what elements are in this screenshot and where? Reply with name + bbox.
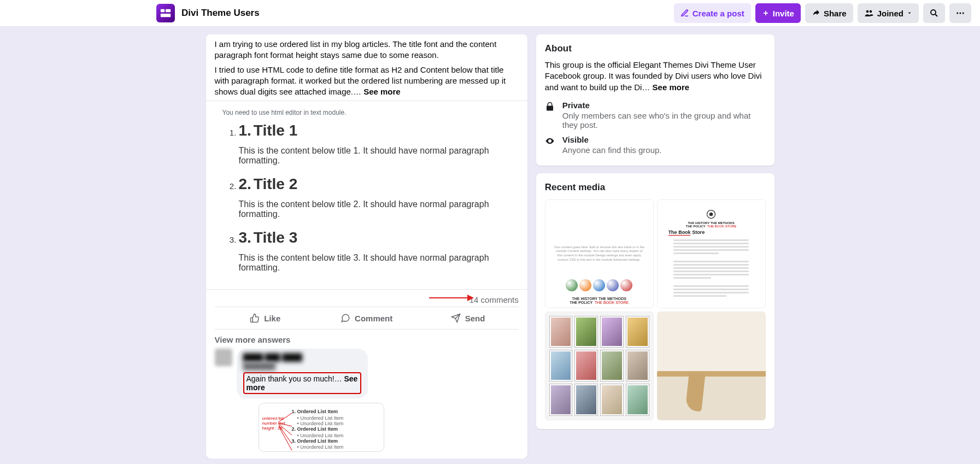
comments-count-link[interactable]: 14 comments [470,295,519,304]
send-icon [451,313,461,323]
edit-icon [680,9,689,17]
media-placeholder-text: Your content goes here. Edit or remove t… [549,243,650,265]
svg-point-8 [963,13,964,14]
chevron-down-icon [907,10,912,16]
commenter-badge: ███████ [243,362,361,370]
photo-frame-grid [550,316,649,415]
item-content: This is the content below title 1. It sh… [239,146,511,166]
svg-rect-2 [161,14,171,17]
search-button[interactable] [923,3,945,23]
svg-point-15 [709,213,713,216]
plus-icon [762,9,770,17]
group-icon [864,8,874,18]
seal-icon [706,209,717,220]
wood-table-leg [685,373,705,412]
comment-image-attachment[interactable]: ordered list number text height : 26 1. … [259,403,384,452]
demo-line: 3. Ordered List Item [292,438,380,445]
privacy-row: Private Only members can see who's in th… [545,101,766,130]
post-card: Hi Divi People, I am trying to use order… [206,34,527,459]
post-paragraph-1: I am trying to use ordered list in my bl… [215,39,519,61]
media-thumbnail[interactable] [545,312,654,420]
text-lines-placeholder [673,238,749,298]
demo-line: 2. Ordered List Item [292,426,380,433]
invite-button[interactable]: Invite [755,3,801,23]
ellipsis-icon [955,8,965,18]
like-label: Like [264,314,280,323]
send-button[interactable]: Send [417,307,518,329]
attachment-hint: You need to use html editor in text modu… [222,109,511,116]
item-content: This is the content below title 3. It sh… [239,253,511,273]
media-footer: THE HISTORY THE METHODS THE POLICY THE B… [570,297,629,304]
search-icon [929,8,939,18]
svg-rect-1 [166,9,171,13]
about-see-more[interactable]: See more [653,83,690,92]
comment-text: Again thank you so much!… [247,374,342,383]
post-see-more[interactable]: See more [363,87,401,96]
media-thumbnail[interactable]: THE HISTORY THE METHODS THE POLICY THE B… [657,199,766,308]
comment-bubble[interactable]: ████ ███ ████ ███████ Again thank you so… [237,349,368,398]
recent-media-heading: Recent media [545,182,766,193]
comment-button[interactable]: Comment [316,307,417,329]
share-label: Share [824,9,847,18]
about-text: This group is the official Elegant Theme… [545,60,766,93]
private-subtitle: Only members can see who's in the group … [562,111,766,130]
ordered-list-demo: 1.Title 1 This is the content below titl… [222,122,511,273]
visible-title: Visible [562,135,662,144]
send-label: Send [465,314,485,323]
svg-point-4 [869,10,872,13]
annotation-arrow [429,297,473,298]
post-attachment[interactable]: You need to use html editor in text modu… [206,101,527,289]
comments-count-row: 14 comments [206,289,527,304]
list-item: 2.Title 2 This is the content below titl… [239,175,511,219]
big-number: 1. [239,122,251,139]
group-title[interactable]: Divi Theme Users [181,8,260,19]
svg-point-6 [956,13,958,14]
commenter-avatar[interactable] [215,349,232,366]
share-icon [812,9,820,17]
demo-line: • Unordered List Item [292,444,380,450]
visibility-row: Visible Anyone can find this group. [545,135,766,155]
item-title: Title 3 [254,229,297,246]
create-post-button[interactable]: Create a post [674,3,751,23]
joined-label: Joined [877,9,903,18]
list-item: 1.Title 1 This is the content below titl… [239,122,511,166]
commenter-name: ████ ███ ████ [243,353,361,361]
svg-point-5 [931,10,936,15]
svg-rect-0 [161,9,165,13]
share-button[interactable]: Share [805,3,853,23]
about-heading: About [545,43,766,54]
eye-icon [545,136,556,148]
svg-line-9 [279,413,292,422]
marble-row [551,279,648,291]
more-button[interactable] [949,3,971,23]
group-avatar[interactable] [156,4,175,22]
like-icon [250,313,260,323]
svg-point-7 [960,13,961,14]
top-bar: Divi Theme Users Create a post Invite Sh… [0,0,980,27]
svg-line-12 [279,425,292,444]
like-button[interactable]: Like [215,307,316,329]
media2-header: THE HISTORY THE METHODS THE POLICY THE B… [686,221,736,228]
view-more-answers[interactable]: View more answers [206,330,527,349]
media-thumbnail[interactable] [657,312,766,420]
item-title: Title 2 [254,175,297,192]
joined-button[interactable]: Joined [858,3,919,23]
annotation-arrows [279,411,295,452]
big-number: 2. [239,175,251,192]
comment-label: Comment [355,314,392,323]
svg-point-3 [866,10,868,13]
demo-line: 1. Ordered List Item [292,409,380,415]
comment-icon [341,313,350,323]
wood-table-top [657,371,766,377]
item-content: This is the content below title 2. It sh… [239,199,511,219]
demo-line: • Unordered List Item [292,433,380,438]
lock-icon [545,102,556,113]
list-item: 3.Title 3 This is the content below titl… [239,229,511,273]
media-thumbnail[interactable]: Your content goes here. Edit or remove t… [545,199,654,308]
comment-row: ████ ███ ████ ███████ Again thank you so… [206,349,527,452]
item-title: Title 1 [254,122,297,139]
post-paragraph-2: I tried to use HTML code to define title… [215,64,519,98]
post-action-bar: Like Comment Send [215,307,519,330]
invite-label: Invite [773,9,794,18]
comment-highlight-annotation: Again thank you so much!… See more [243,372,361,394]
